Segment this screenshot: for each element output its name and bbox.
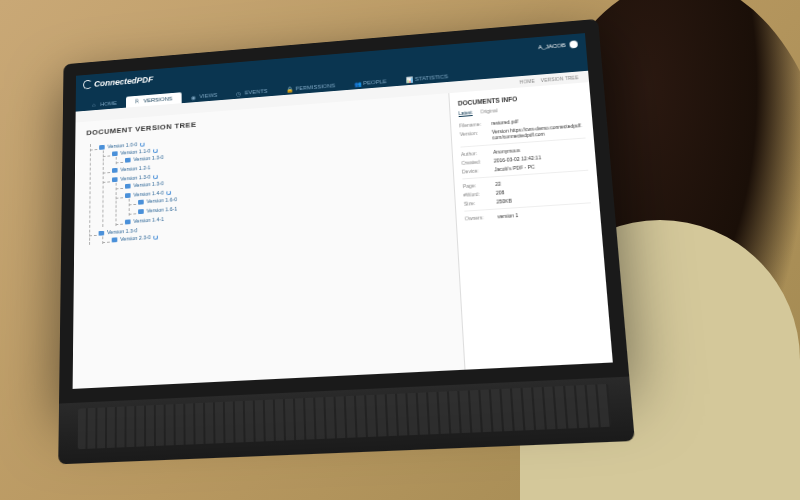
main-panel: DOCUMENT VERSION TREE Version 1.0-0 Vers… — [73, 93, 465, 389]
folder-icon — [99, 144, 105, 149]
tab-label: VIEWS — [199, 92, 217, 99]
app-window: ConnectedPDF A_JACOB ⌂HOME ⎘VERSIONS ◉VI… — [73, 33, 613, 389]
folder-icon — [138, 209, 144, 214]
info-value: 208 — [496, 189, 505, 195]
tab-label: STATISTICS — [415, 73, 449, 81]
tab-label: PERMISSIONS — [295, 83, 335, 92]
info-label: Version: — [460, 129, 493, 143]
info-label: Owners: — [465, 213, 498, 221]
info-label: Page: — [463, 181, 496, 189]
info-value: 2016-03-02 12:42:11 — [494, 154, 542, 163]
info-label: Size: — [464, 199, 497, 207]
user-menu[interactable]: A_JACOB — [538, 40, 578, 51]
people-icon: 👥 — [354, 81, 360, 87]
versions-icon: ⎘ — [135, 98, 141, 104]
refresh-icon — [153, 174, 158, 179]
breadcrumb-item: VERSION TREE — [541, 74, 579, 83]
tab-label: EVENTS — [245, 88, 268, 95]
home-icon: ⌂ — [92, 102, 98, 108]
brand-logo: ConnectedPDF — [83, 75, 153, 90]
version-tree: Version 1.0-0 Version 1.1-0 Version 1.3-… — [85, 118, 443, 245]
eye-icon: ◉ — [191, 94, 197, 100]
content-area: DOCUMENT VERSION TREE Version 1.0-0 Vers… — [73, 82, 613, 389]
tab-label: PEOPLE — [363, 78, 387, 85]
info-sidebar: DOCUMENTS INFO Latest Original Filename:… — [448, 82, 613, 370]
info-value: 22 — [495, 181, 501, 187]
refresh-icon — [140, 141, 145, 146]
folder-icon — [125, 219, 131, 224]
info-label: Filename: — [459, 120, 491, 128]
username: A_JACOB — [538, 42, 566, 50]
info-value: Jacob's PDF - PC — [494, 164, 535, 173]
info-label: Device: — [462, 166, 495, 174]
folder-icon — [99, 230, 105, 235]
info-label: Author: — [461, 149, 494, 157]
info-value: 250KB — [496, 198, 512, 205]
info-value: version 1 — [497, 212, 518, 219]
info-label: #Word: — [463, 190, 496, 198]
logo-icon — [83, 80, 92, 90]
screen: ConnectedPDF A_JACOB ⌂HOME ⎘VERSIONS ◉VI… — [59, 19, 629, 404]
tab-label: VERSIONS — [144, 96, 173, 104]
folder-icon — [112, 167, 118, 172]
lock-icon: 🔒 — [287, 86, 293, 92]
folder-icon — [112, 177, 118, 182]
refresh-icon — [167, 190, 172, 195]
subtab-latest[interactable]: Latest — [458, 109, 472, 117]
breadcrumb-item[interactable]: HOME — [519, 78, 535, 85]
subtab-original[interactable]: Original — [480, 107, 498, 115]
info-value: restored.pdf — [491, 118, 518, 126]
folder-icon — [112, 237, 118, 242]
tab-label: HOME — [100, 100, 117, 107]
laptop: ConnectedPDF A_JACOB ⌂HOME ⎘VERSIONS ◉VI… — [58, 19, 635, 464]
folder-icon — [125, 183, 131, 188]
folder-icon — [125, 193, 131, 198]
folder-icon — [112, 151, 118, 156]
chart-icon: 📊 — [406, 76, 412, 82]
user-icon — [569, 40, 578, 48]
events-icon: ◷ — [236, 90, 242, 96]
refresh-icon — [153, 148, 158, 153]
brand-name: ConnectedPDF — [94, 75, 153, 89]
folder-icon — [138, 199, 144, 204]
info-value: Anonymous — [493, 147, 520, 155]
refresh-icon — [154, 234, 159, 239]
info-label: Created: — [461, 158, 494, 166]
folder-icon — [125, 157, 131, 162]
